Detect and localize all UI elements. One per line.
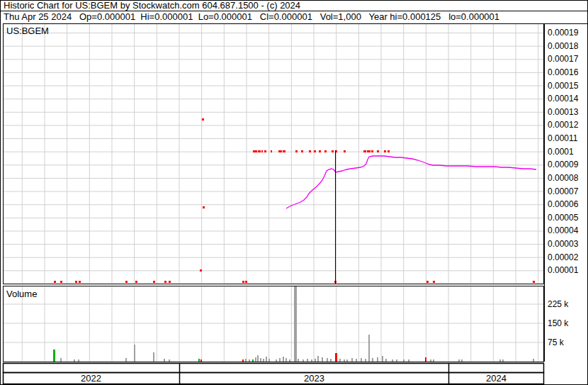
chart-canvas[interactable] [0, 0, 588, 385]
volume-bar [198, 359, 200, 362]
trade-dot [261, 150, 263, 152]
price-axis-label: 0.00013 [548, 107, 586, 118]
trade-dot [125, 281, 128, 283]
volume-bar [53, 350, 55, 362]
volume-bar [78, 359, 79, 362]
volume-bar [164, 359, 165, 362]
volume-bar [368, 335, 370, 362]
trade-dot [433, 281, 435, 283]
volume-bar [433, 359, 434, 362]
volume-bar [245, 359, 247, 362]
volume-bar [403, 359, 405, 362]
volume-axis-label: 75 k [548, 337, 586, 348]
volume-bar [255, 357, 256, 362]
price-axis-label: 0.00007 [548, 186, 586, 197]
volume-bar [365, 359, 366, 362]
trade-dot [367, 150, 371, 152]
trade-dot [283, 150, 285, 152]
volume-bar [392, 359, 393, 362]
volume-bar [502, 359, 504, 362]
stockwatch-historic-chart-window: Historic Chart for US:BGEM by Stockwatch… [0, 0, 588, 385]
trade-dot [242, 281, 244, 283]
price-axis-label: 0.00003 [548, 239, 586, 250]
trade-dot [203, 206, 205, 208]
trade-dot [344, 150, 346, 152]
volume-bar [311, 359, 312, 362]
volume-bar [335, 353, 337, 362]
volume-bar [276, 359, 277, 362]
volume-bar [382, 356, 383, 362]
year-label: 2024 [449, 373, 543, 384]
volume-bar [322, 357, 323, 362]
volume-bar [396, 359, 397, 362]
trade-dot [295, 150, 298, 152]
volume-bar [303, 359, 304, 362]
trade-dot [264, 150, 266, 152]
trade-dot [60, 281, 62, 283]
price-axis-label: 0.00019 [548, 28, 586, 38]
volume-bar [356, 359, 357, 362]
trade-dot [271, 150, 272, 152]
volume-bar [458, 359, 460, 362]
volume-bar [408, 359, 409, 362]
volume-bar [134, 345, 135, 362]
volume-bar [361, 358, 362, 362]
volume-bar [461, 359, 463, 362]
volume-bar [298, 359, 299, 362]
trade-dot [75, 281, 77, 283]
volume-bar [200, 359, 202, 362]
volume-bar [283, 357, 284, 362]
trade-dot [388, 150, 390, 152]
price-axis-label: 0.00015 [548, 81, 586, 91]
volume-bar [294, 286, 297, 362]
volume-bar [266, 357, 267, 362]
volume-bar [260, 358, 261, 362]
moving-average-line [286, 156, 536, 208]
price-axis-label: 0.00014 [548, 94, 586, 104]
trade-dot [301, 150, 303, 152]
trade-dot [324, 150, 327, 152]
axis-band1-border [4, 364, 544, 373]
volume-bar [289, 359, 290, 362]
volume-bar [285, 358, 287, 362]
price-axis-label: 0.0001 [548, 147, 586, 157]
trade-dot [202, 118, 204, 121]
volume-bar [377, 357, 378, 362]
volume-bar [257, 355, 259, 362]
volume-bar [351, 358, 353, 362]
volume-bar [242, 359, 244, 362]
price-axis-label: 0.00008 [548, 173, 586, 184]
volume-bar [317, 356, 319, 362]
volume-bar [327, 358, 328, 362]
trade-dot [319, 150, 321, 152]
trade-dot [135, 281, 137, 283]
volume-bar [330, 359, 332, 362]
volume-pane-label: Volume [6, 289, 37, 299]
volume-bar [385, 359, 387, 362]
price-axis-label: 0.00001 [548, 265, 586, 276]
trade-dot [164, 281, 166, 283]
trade-dot [426, 281, 429, 283]
trade-dot [278, 150, 282, 152]
price-axis-label: 0.00006 [548, 199, 586, 210]
trade-dot [200, 269, 202, 272]
trade-dot [363, 150, 366, 152]
trade-dot [253, 150, 257, 152]
year-label: 2022 [3, 373, 179, 384]
trade-dot [533, 281, 535, 283]
volume-bar [252, 359, 254, 362]
trade-dot [54, 281, 56, 283]
volume-bar [533, 359, 534, 362]
volume-bar [74, 359, 75, 362]
trade-dot [153, 281, 155, 283]
volume-bar [344, 359, 345, 362]
price-axis-label: 0.00018 [548, 41, 586, 52]
price-axis-label: 0.00011 [548, 133, 586, 144]
trade-dot [169, 281, 171, 283]
price-axis-label: 0.00012 [548, 120, 586, 130]
volume-bar [425, 357, 426, 362]
volume-axis-label: 225 k [548, 299, 586, 310]
price-pane-border [4, 24, 544, 284]
volume-bar [263, 359, 264, 362]
trade-dot [245, 281, 247, 283]
